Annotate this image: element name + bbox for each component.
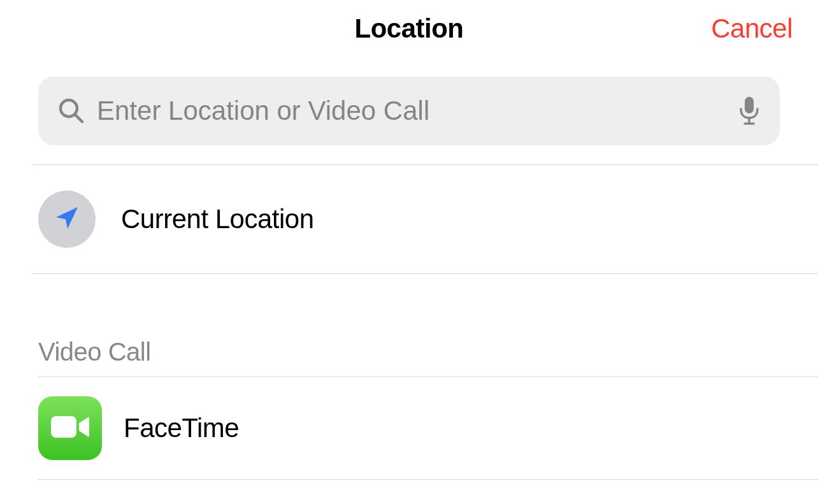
svg-line-1: [75, 115, 82, 122]
search-container: [0, 57, 818, 164]
facetime-label: FaceTime: [124, 413, 239, 443]
video-camera-icon: [50, 414, 90, 443]
microphone-icon[interactable]: [738, 96, 761, 126]
location-arrow-icon: [51, 202, 83, 236]
search-input[interactable]: [97, 96, 738, 126]
page-title: Location: [355, 13, 464, 44]
location-icon-circle: [38, 191, 96, 248]
svg-rect-2: [745, 97, 754, 113]
video-call-section-header: Video Call: [0, 338, 818, 377]
current-location-label: Current Location: [121, 204, 314, 234]
header: Location Cancel: [0, 0, 818, 57]
facetime-row[interactable]: FaceTime: [0, 377, 818, 479]
svg-rect-5: [51, 416, 76, 438]
search-field[interactable]: [38, 76, 780, 145]
current-location-row[interactable]: Current Location: [0, 165, 818, 273]
facetime-app-icon: [38, 396, 102, 460]
divider: [32, 273, 818, 274]
divider: [38, 479, 818, 480]
search-icon: [57, 97, 85, 125]
cancel-button[interactable]: Cancel: [711, 13, 793, 44]
